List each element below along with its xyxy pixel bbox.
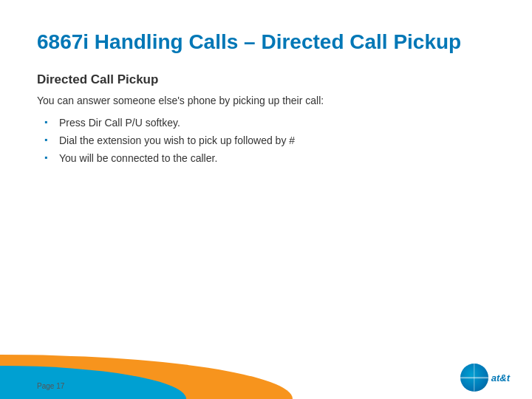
slide: 6867i Handling Calls – Directed Call Pic… xyxy=(0,0,532,399)
bullet-item-2: Dial the extension you wish to pick up f… xyxy=(44,132,495,149)
page-number: Page 17 xyxy=(37,382,64,390)
slide-title: 6867i Handling Calls – Directed Call Pic… xyxy=(37,30,495,55)
bullet-list: Press Dir Call P/U softkey. Dial the ext… xyxy=(37,114,495,167)
bottom-decoration xyxy=(0,340,532,399)
bullet-item-1: Press Dir Call P/U softkey. xyxy=(44,114,495,132)
att-logo-text: at&t xyxy=(491,372,510,383)
intro-text: You can answer someone else's phone by p… xyxy=(37,95,495,106)
slide-subtitle: Directed Call Pickup xyxy=(37,72,495,87)
att-logo-area: at&t xyxy=(460,364,510,392)
att-logo: at&t xyxy=(460,364,510,392)
att-globe-icon xyxy=(460,364,488,392)
bullet-item-3: You will be connected to the caller. xyxy=(44,149,495,167)
